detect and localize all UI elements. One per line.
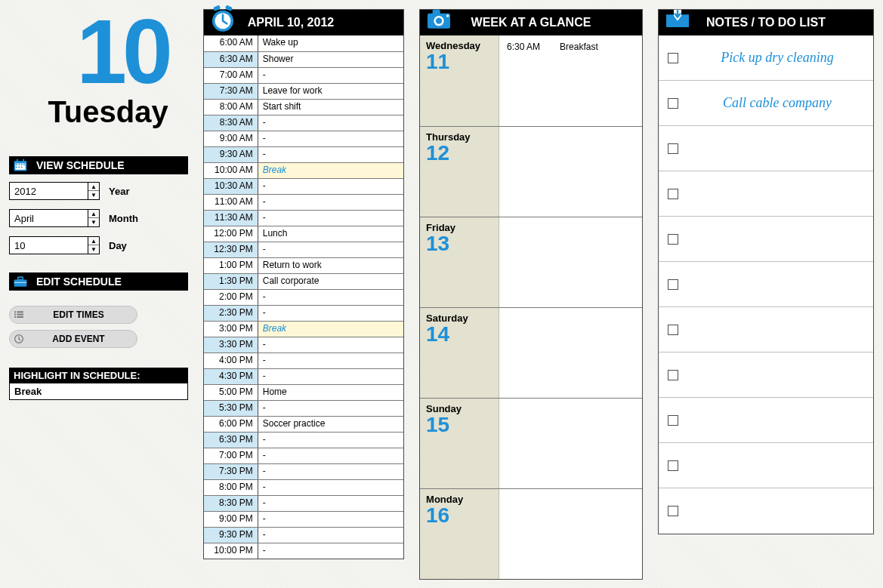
schedule-event[interactable]: - [258,147,403,162]
schedule-event[interactable]: - [258,115,403,131]
week-event-cell[interactable]: 6:30 AMBreakfast [499,35,642,126]
checkbox[interactable] [668,279,678,290]
schedule-row: 2:00 PM- [204,289,403,305]
month-down[interactable]: ▼ [88,218,99,226]
schedule-event[interactable]: Soccer practice [258,417,403,432]
highlight-value[interactable]: Break [9,383,188,400]
year-down[interactable]: ▼ [88,191,99,199]
schedule-event[interactable]: - [258,306,403,321]
week-row: Friday13 [420,217,642,307]
checkbox[interactable] [668,460,678,471]
schedule-time: 4:00 PM [204,353,258,368]
schedule-event[interactable]: - [258,401,403,416]
schedule-time: 9:30 PM [204,528,258,543]
day-up[interactable]: ▲ [88,237,99,245]
schedule-row: 1:30 PMCall corporate [204,273,403,289]
schedule-event[interactable]: Call corporate [258,274,403,289]
schedule-event[interactable]: Home [258,385,403,400]
week-day-cell: Monday16 [420,489,499,579]
schedule-event[interactable]: - [258,464,403,479]
schedule-event[interactable]: - [258,290,403,305]
year-input[interactable] [10,183,88,199]
schedule-event[interactable]: Shower [258,52,403,67]
week-row: Sunday15 [420,398,642,488]
checkbox[interactable] [668,415,678,426]
schedule-event[interactable]: Leave for work [258,84,403,99]
schedule-event[interactable]: - [258,242,403,257]
schedule-event[interactable]: Return to work [258,258,403,273]
week-title: WEEK AT A GLANCE [471,16,591,29]
schedule-event[interactable]: - [258,131,403,146]
schedule-event[interactable]: - [258,195,403,210]
year-up[interactable]: ▲ [88,183,99,191]
schedule-time: 10:00 PM [204,543,258,559]
schedule-event[interactable]: - [258,211,403,226]
week-event-cell[interactable] [499,399,642,488]
checkbox[interactable] [668,234,678,245]
day-down[interactable]: ▼ [88,245,99,254]
notes-text[interactable]: Pick up dry cleaning [690,50,864,66]
schedule-event[interactable]: - [258,369,403,384]
schedule-event[interactable]: - [258,543,403,559]
year-label: Year [109,186,129,197]
schedule-row: 8:30 PM- [204,495,403,511]
svg-rect-17 [17,311,23,312]
schedule-row: 9:30 PM- [204,527,403,543]
schedule-event[interactable]: - [258,353,403,368]
checkbox[interactable] [668,506,678,516]
svg-point-29 [446,14,449,17]
year-stepper[interactable]: ▲▼ [9,182,100,200]
schedule-event[interactable]: - [258,448,403,463]
notes-row [659,352,873,398]
schedule-event[interactable]: - [258,68,403,83]
checkbox[interactable] [668,325,678,335]
schedule-event[interactable]: - [258,512,403,527]
schedule-event[interactable]: Wake up [258,35,403,51]
schedule-event[interactable]: Start shift [258,100,403,115]
schedule-row: 10:00 PM- [204,543,403,559]
schedule-event[interactable]: - [258,480,403,495]
week-day-number: 11 [426,51,492,72]
schedule-row: 6:00 AMWake up [204,35,403,51]
camera-icon [421,2,456,37]
month-up[interactable]: ▲ [88,210,99,218]
svg-rect-23 [213,5,221,11]
notes-text[interactable]: Call cable company [690,95,864,111]
notes-row: Pick up dry cleaning [659,35,873,81]
week-event-cell[interactable] [499,127,642,217]
schedule-event[interactable]: - [258,528,403,543]
checkbox[interactable] [668,143,678,154]
schedule-event[interactable]: Break [258,163,403,178]
week-row: Saturday14 [420,307,642,398]
add-event-label: ADD EVENT [28,334,137,344]
schedule-event[interactable]: - [258,496,403,511]
checkbox[interactable] [668,98,678,109]
add-event-button[interactable]: ADD EVENT [9,330,137,348]
checkbox[interactable] [668,53,678,63]
day-input[interactable] [10,237,88,254]
checkbox[interactable] [668,189,678,199]
schedule-row: 7:30 PM- [204,463,403,479]
schedule-time: 11:30 AM [204,211,258,226]
schedule-time: 8:30 AM [204,115,258,131]
month-stepper[interactable]: ▲▼ [9,209,100,227]
edit-times-button[interactable]: EDIT TIMES [9,306,137,324]
schedule-time: 7:30 PM [204,464,258,479]
checkbox[interactable] [668,370,678,380]
month-input[interactable] [10,210,88,226]
week-day-number: 14 [426,324,492,345]
schedule-event[interactable]: - [258,337,403,352]
week-event-cell[interactable] [499,308,642,398]
schedule-event[interactable]: Break [258,322,403,337]
week-row: Thursday12 [420,126,642,217]
week-event-cell[interactable] [499,217,642,307]
svg-rect-16 [14,316,16,318]
schedule-event[interactable]: Lunch [258,226,403,242]
schedule-time: 12:30 PM [204,242,258,257]
schedule-row: 12:30 PM- [204,242,403,257]
schedule-row: 10:30 AM- [204,178,403,194]
week-event-cell[interactable] [499,489,642,579]
schedule-event[interactable]: - [258,433,403,448]
day-stepper[interactable]: ▲▼ [9,236,100,254]
schedule-event[interactable]: - [258,179,403,194]
